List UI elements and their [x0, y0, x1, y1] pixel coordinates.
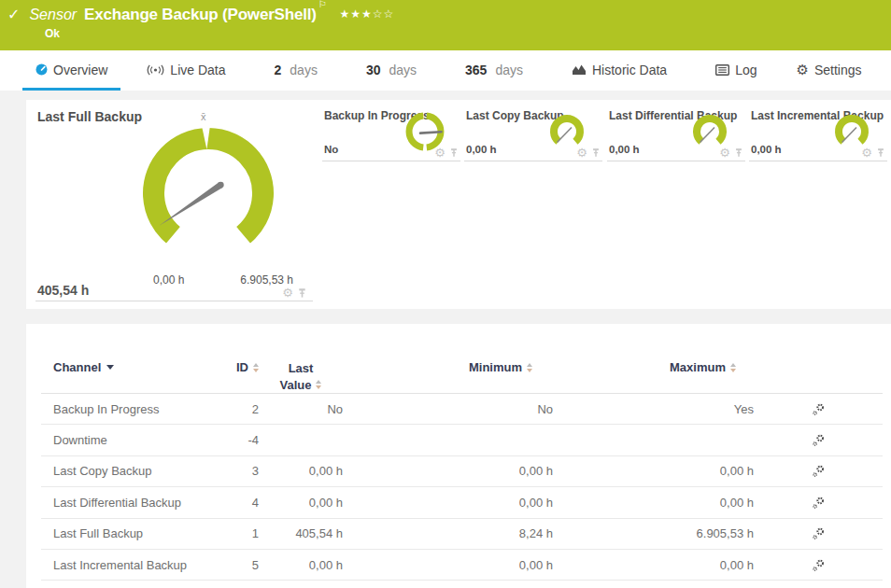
flag-icon: ⚐ — [318, 0, 327, 9]
pin-icon[interactable] — [591, 147, 601, 158]
column-header-last-value[interactable]: Last Value — [259, 360, 343, 393]
panel-gear-icon[interactable]: ⚙ — [719, 147, 730, 159]
gauge-panel-last-incremental-backup: Last Incremental Backup 0,00 h ⚙ — [749, 107, 887, 161]
gauge-panel-last-copy-backup: Last Copy Backup 0,00 h ⚙ — [464, 107, 602, 161]
channel-id-cell: 3 — [214, 464, 259, 478]
pin-icon[interactable] — [876, 147, 885, 158]
tab-2-days[interactable]: 2days — [262, 57, 331, 91]
maximum-cell: 6.905,53 h — [553, 526, 754, 540]
last-value-cell: 405,54 h — [259, 526, 343, 540]
table-header-row: Channel ID Last Value Minimum Maximum — [41, 352, 883, 394]
tab-live-data[interactable]: Live Data — [134, 57, 238, 91]
table-row: Last Copy Backup 3 0,00 h 0,00 h 0,00 h — [41, 456, 883, 487]
tab-settings[interactable]: ⚙ Settings — [783, 57, 874, 91]
minimum-cell: No — [343, 402, 553, 416]
gauge-value: 0,00 h — [751, 144, 782, 155]
column-header-maximum[interactable]: Maximum — [553, 360, 754, 374]
sensor-status-banner: ✓ Sensor Exchange Backup (PowerShell)⚐ ★… — [0, 0, 891, 50]
tab-label: Historic Data — [592, 63, 667, 77]
gauge-max-label: 6.905,53 h — [211, 273, 293, 287]
tab-365-days[interactable]: 365days — [452, 57, 536, 91]
gauge-panel-backup-in-progress: Backup In Progress No ⚙ — [322, 107, 460, 161]
maximum-cell: 0,00 h — [553, 496, 754, 510]
gauge-panel-last-full-backup: Last Full Backup x̄ 0,00 h 6.905,53 h 40… — [26, 100, 315, 309]
table-row: Last Incremental Backup 5 0,00 h 0,00 h … — [41, 550, 883, 581]
channel-edit-gears-icon[interactable] — [812, 558, 826, 572]
mean-marker: x̄ — [201, 111, 206, 122]
channel-settings-cell — [754, 464, 883, 478]
log-list-icon — [715, 64, 729, 76]
tab-number: 2 — [275, 63, 282, 77]
column-header-id[interactable]: ID — [214, 360, 259, 374]
maximum-cell: Yes — [553, 402, 754, 416]
tab-overview[interactable]: Overview — [22, 57, 120, 91]
pin-icon[interactable] — [734, 147, 743, 158]
priority-stars[interactable]: ★★★☆☆ — [339, 7, 394, 21]
last-value-cell: 0,00 h — [259, 464, 343, 478]
column-header-minimum[interactable]: Minimum — [343, 360, 553, 374]
tab-log[interactable]: Log — [702, 57, 770, 91]
tab-bar: Overview Live Data 2days 30days 365days … — [0, 50, 891, 91]
tab-30-days[interactable]: 30days — [353, 57, 430, 91]
live-broadcast-icon — [147, 64, 164, 76]
panel-gear-icon[interactable]: ⚙ — [282, 287, 293, 299]
panel-divider — [35, 301, 313, 301]
gauge-value: 0,00 h — [466, 144, 497, 155]
channel-settings-cell — [754, 433, 883, 447]
gauge-panel-last-differential-backup: Last Differential Backup 0,00 h ⚙ — [607, 107, 745, 161]
tab-unit: days — [495, 63, 523, 77]
sort-arrows-icon — [730, 363, 736, 372]
channel-name-cell: Last Differential Backup — [41, 496, 214, 510]
channel-settings-cell — [754, 496, 883, 510]
pin-icon[interactable] — [297, 287, 307, 299]
gauge-title: Last Full Backup — [37, 109, 142, 124]
channel-name-cell: Last Copy Backup — [41, 464, 214, 478]
channel-table-body: Backup In Progress 2 No No Yes Downtime … — [41, 394, 883, 581]
channel-name-cell: Downtime — [41, 433, 214, 447]
tab-unit: days — [290, 63, 318, 77]
tab-historic-data[interactable]: Historic Data — [559, 57, 680, 91]
channel-edit-gears-icon[interactable] — [812, 526, 826, 540]
tab-number: 30 — [366, 63, 381, 77]
tab-label: Log — [735, 63, 757, 77]
table-row: Last Full Backup 1 405,54 h 8,24 h 6.905… — [41, 519, 883, 550]
minimum-cell: 0,00 h — [343, 496, 553, 510]
panel-gear-icon[interactable]: ⚙ — [861, 147, 872, 159]
tab-unit: days — [389, 63, 417, 77]
page-title: Exchange Backup (PowerShell)⚐ — [84, 5, 326, 24]
panel-gear-icon[interactable]: ⚙ — [434, 147, 446, 159]
channel-edit-gears-icon[interactable] — [812, 433, 826, 447]
channel-settings-cell — [754, 402, 883, 416]
channel-id-cell: 5 — [214, 558, 259, 572]
object-kind-label: Sensor — [29, 7, 77, 23]
channel-edit-gears-icon[interactable] — [812, 496, 826, 510]
sort-arrows-icon — [316, 380, 321, 389]
minimum-cell: 0,00 h — [343, 558, 553, 572]
table-row: Last Differential Backup 4 0,00 h 0,00 h… — [41, 487, 883, 518]
gauge-icon — [35, 63, 48, 76]
minimum-cell: 8,24 h — [343, 526, 553, 540]
gauge-min-label: 0,00 h — [153, 273, 184, 287]
channels-table-card: Channel ID Last Value Minimum Maximum — [26, 324, 891, 588]
radial-gauge — [141, 126, 328, 261]
channel-id-cell: -4 — [214, 433, 259, 447]
pin-icon[interactable] — [449, 147, 459, 158]
table-row: Backup In Progress 2 No No Yes — [41, 394, 883, 425]
panel-gear-icon[interactable]: ⚙ — [576, 147, 587, 159]
channel-id-cell: 4 — [214, 496, 259, 510]
channel-name-cell: Backup In Progress — [41, 402, 214, 416]
channels-table: Channel ID Last Value Minimum Maximum — [26, 324, 891, 581]
channel-edit-gears-icon[interactable] — [812, 402, 826, 416]
channel-id-cell: 1 — [214, 526, 259, 540]
sort-caret-icon — [106, 365, 114, 370]
channel-settings-cell — [754, 526, 883, 540]
last-value-cell: 0,00 h — [259, 496, 343, 510]
column-header-channel[interactable]: Channel — [41, 360, 214, 374]
minimum-cell: 0,00 h — [343, 464, 553, 478]
channel-edit-gears-icon[interactable] — [812, 464, 826, 478]
channel-name-cell: Last Full Backup — [41, 526, 214, 540]
status-check-icon: ✓ — [7, 6, 20, 23]
maximum-cell: 0,00 h — [553, 464, 754, 478]
area-chart-icon — [572, 63, 587, 76]
status-badge: Ok — [45, 27, 60, 40]
